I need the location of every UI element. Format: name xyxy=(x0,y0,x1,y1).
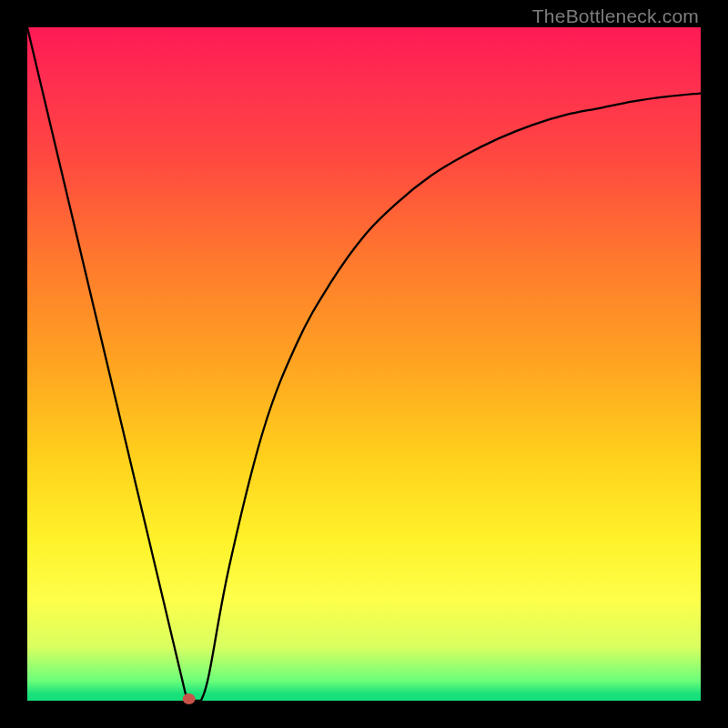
chart-frame: TheBottleneck.com xyxy=(0,0,728,728)
optimal-marker xyxy=(183,693,196,704)
watermark-text: TheBottleneck.com xyxy=(532,5,699,27)
bottleneck-curve xyxy=(27,27,701,701)
plot-area xyxy=(27,27,701,701)
curve-svg xyxy=(27,27,701,701)
